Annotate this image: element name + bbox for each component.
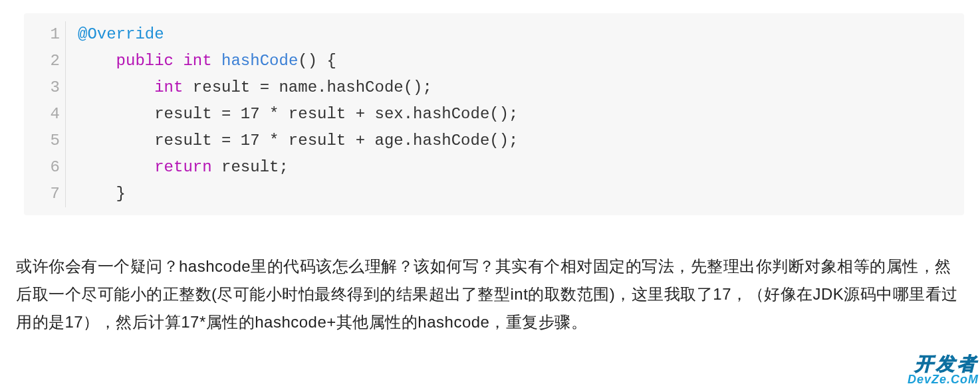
- explanation-paragraph: 或许你会有一个疑问？hashcode里的代码该怎么理解？该如何写？其实有个相对固…: [16, 252, 964, 336]
- code-line: 3 int result = name.hashCode();: [24, 74, 964, 101]
- line-number: 1: [24, 21, 66, 48]
- line-number: 6: [24, 154, 66, 181]
- code-content: result = 17 * result + age.hashCode();: [78, 128, 519, 154]
- code-content: int result = name.hashCode();: [78, 74, 432, 101]
- line-number: 4: [24, 101, 66, 128]
- line-number: 5: [24, 128, 66, 154]
- code-content: }: [78, 181, 126, 207]
- code-line: 6 return result;: [24, 154, 964, 181]
- code-line: 4 result = 17 * result + sex.hashCode();: [24, 101, 964, 128]
- line-number: 7: [24, 181, 66, 207]
- code-line: 7 }: [24, 181, 964, 207]
- line-number: 2: [24, 48, 66, 74]
- code-content: result = 17 * result + sex.hashCode();: [78, 101, 519, 128]
- code-line: 2 public int hashCode() {: [24, 48, 964, 74]
- line-number: 3: [24, 74, 66, 101]
- code-content: return result;: [78, 154, 289, 181]
- code-block: 1@Override2 public int hashCode() {3 int…: [24, 13, 964, 215]
- code-content: @Override: [78, 21, 164, 48]
- code-line: 1@Override: [24, 21, 964, 48]
- code-line: 5 result = 17 * result + age.hashCode();: [24, 128, 964, 154]
- code-content: public int hashCode() {: [78, 48, 336, 74]
